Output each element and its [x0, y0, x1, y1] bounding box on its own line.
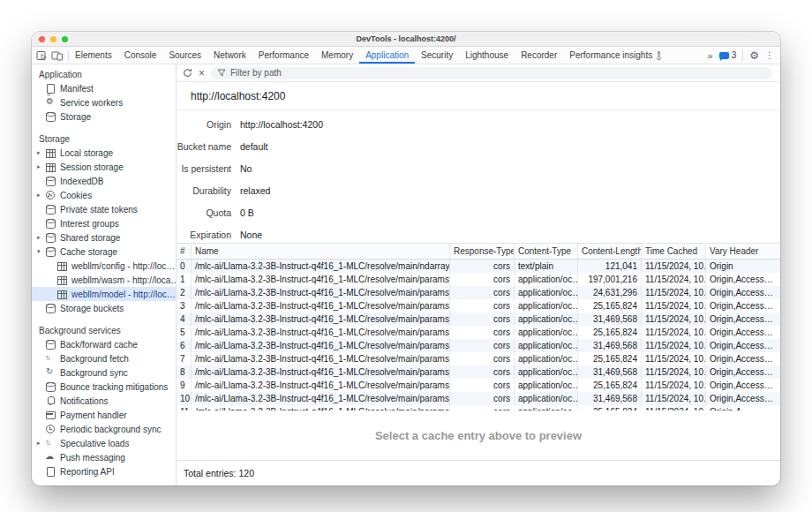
sidebar-item[interactable]: Notifications [32, 394, 176, 408]
sidebar-item[interactable]: Speculative loads [32, 436, 176, 450]
sidebar-item[interactable]: Background fetch [32, 351, 176, 365]
refresh-icon[interactable] [183, 68, 192, 78]
sidebar-section-title: Background services [32, 325, 176, 337]
devtools-tab[interactable]: Application [359, 47, 415, 64]
sidebar-item[interactable]: Storage [32, 109, 176, 124]
table-row[interactable]: 7 /mlc-ai/Llama-3.2-3B-Instruct-q4f16_1-… [177, 352, 780, 365]
table-row[interactable]: 5 /mlc-ai/Llama-3.2-3B-Instruct-q4f16_1-… [177, 326, 780, 339]
cell-vary-header: Origin,Access… [706, 273, 780, 286]
filter-input[interactable] [230, 68, 766, 78]
device-toolbar-icon[interactable] [51, 50, 64, 61]
table-row[interactable]: 1 /mlc-ai/Llama-3.2-3B-Instruct-q4f16_1-… [177, 273, 780, 286]
table-row[interactable]: 8 /mlc-ai/Llama-3.2-3B-Instruct-q4f16_1-… [177, 365, 780, 379]
column-header-name[interactable]: Name [192, 244, 450, 259]
cell-response-type: cors [450, 339, 515, 352]
devtools-tab[interactable]: Memory [315, 47, 359, 64]
expander-icon[interactable] [37, 234, 45, 241]
table-row[interactable]: 6 /mlc-ai/Llama-3.2-3B-Instruct-q4f16_1-… [177, 339, 780, 352]
metadata-row: Is persistent No [177, 157, 780, 179]
sidebar-item[interactable]: Background sync [32, 365, 176, 380]
tab-label: Lighthouse [465, 50, 508, 60]
column-header-response-type[interactable]: Response-Type [450, 244, 515, 259]
table-row[interactable]: 9 /mlc-ai/Llama-3.2-3B-Instruct-q4f16_1-… [177, 379, 780, 392]
inspect-element-icon[interactable] [36, 50, 48, 61]
cell-time-cached: 11/15/2024, 10… [642, 339, 706, 352]
cell-time-cached: 11/15/2024, 10… [642, 260, 706, 273]
sidebar-item[interactable]: webllm/wasm - http://loca… [32, 273, 176, 287]
sidebar-item[interactable]: Service workers [32, 95, 176, 109]
sidebar-item-icon [45, 111, 56, 122]
sidebar-item[interactable]: Shared storage [32, 230, 176, 245]
sidebar-item-label: Background sync [60, 368, 128, 378]
sidebar-item-icon [45, 147, 56, 158]
sidebar-item[interactable]: Storage buckets [32, 301, 176, 315]
more-menu-icon[interactable]: ⋮ [765, 50, 774, 60]
sidebar-item-icon [45, 353, 56, 364]
devtools-tab[interactable]: Sources [162, 47, 207, 64]
sidebar-item[interactable]: webllm/config - http://loc… [32, 259, 176, 273]
sidebar-item-label: Background fetch [60, 354, 129, 364]
devtools-tab[interactable]: Elements [69, 47, 118, 64]
column-header-content-type[interactable]: Content-Type [515, 244, 578, 259]
expander-icon[interactable] [37, 248, 45, 255]
sidebar-item[interactable]: Periodic background sync [32, 422, 176, 436]
sidebar-item[interactable]: Cookies [32, 188, 176, 202]
sidebar-item[interactable]: IndexedDB [32, 174, 176, 188]
sidebar-item[interactable]: Back/forward cache [32, 337, 176, 351]
devtools-tab[interactable]: Network [207, 47, 252, 64]
sidebar-item-icon [45, 424, 56, 434]
cell-response-type: cors [450, 299, 515, 312]
column-header-time-cached[interactable]: Time Cached [642, 244, 706, 259]
sidebar-item-label: webllm/wasm - http://loca… [71, 275, 176, 285]
sidebar-item[interactable]: Push messaging [32, 450, 176, 464]
devtools-tab[interactable]: Security [415, 47, 459, 64]
column-header-vary-header[interactable]: Vary Header [706, 244, 780, 259]
cell-index: 8 [177, 365, 192, 379]
sidebar-item[interactable]: Bounce tracking mitigations [32, 380, 176, 394]
cell-name: /mlc-ai/Llama-3.2-3B-Instruct-q4f16_1-ML… [192, 352, 450, 365]
table-row[interactable]: 4 /mlc-ai/Llama-3.2-3B-Instruct-q4f16_1-… [177, 312, 780, 326]
sidebar-item-label: Shared storage [60, 233, 120, 243]
cell-index: 3 [177, 299, 192, 312]
sidebar-item[interactable]: Reporting API [32, 464, 176, 478]
cell-vary-header: Origin,Access… [706, 392, 780, 405]
table-row[interactable]: 10 /mlc-ai/Llama-3.2-3B-Instruct-q4f16_1… [177, 392, 780, 405]
devtools-tab[interactable]: Console [118, 47, 163, 64]
more-tabs-icon[interactable]: » [708, 50, 713, 61]
devtools-tab[interactable]: Lighthouse [459, 47, 515, 64]
devtools-tabbar: Elements Console Sources Network [32, 47, 780, 64]
devtools-tab[interactable]: Recorder [515, 47, 563, 64]
expander-icon[interactable] [37, 192, 45, 199]
devtools-tab[interactable]: Performance [252, 47, 315, 64]
sidebar-item[interactable]: Interest groups [32, 216, 176, 230]
filter-box[interactable] [211, 67, 772, 79]
feedback-button[interactable]: 3 [719, 50, 737, 60]
sidebar-item-label: Reporting API [60, 467, 115, 477]
column-header-content-length[interactable]: Content-Length [578, 244, 642, 259]
cell-content-type: application/oc… [515, 365, 578, 379]
sidebar-item[interactable]: webllm/model - http://loc… [32, 287, 176, 301]
cell-name: /mlc-ai/Llama-3.2-3B-Instruct-q4f16_1-ML… [192, 286, 450, 299]
sidebar-item[interactable]: Manifest [32, 81, 176, 95]
delete-selected-icon[interactable]: × [199, 68, 205, 79]
sidebar-item[interactable]: Session storage [32, 160, 176, 174]
settings-gear-icon[interactable]: ⚙ [749, 50, 759, 61]
column-header-index[interactable]: # [177, 244, 192, 259]
expander-icon[interactable] [37, 163, 45, 170]
tab-label: Elements [75, 50, 112, 60]
metadata-value: relaxed [240, 185, 270, 196]
table-row[interactable]: 3 /mlc-ai/Llama-3.2-3B-Instruct-q4f16_1-… [177, 299, 780, 312]
cell-index: 0 [177, 260, 192, 273]
expander-icon[interactable] [37, 149, 45, 156]
sidebar-item[interactable]: Private state tokens [32, 202, 176, 216]
table-row[interactable]: 0 /mlc-ai/Llama-3.2-3B-Instruct-q4f16_1-… [177, 260, 780, 273]
feedback-bubble-icon [719, 52, 729, 59]
expander-icon[interactable] [37, 440, 45, 447]
sidebar-item[interactable]: Payment handler [32, 408, 176, 422]
table-row[interactable]: 2 /mlc-ai/Llama-3.2-3B-Instruct-q4f16_1-… [177, 286, 780, 299]
sidebar-item-label: Back/forward cache [60, 340, 138, 350]
devtools-tab[interactable]: Performance insights [563, 47, 669, 64]
sidebar-item[interactable]: Local storage [32, 146, 176, 160]
sidebar-item[interactable]: Cache storage [32, 245, 176, 259]
sidebar-item-label: IndexedDB [60, 177, 103, 186]
